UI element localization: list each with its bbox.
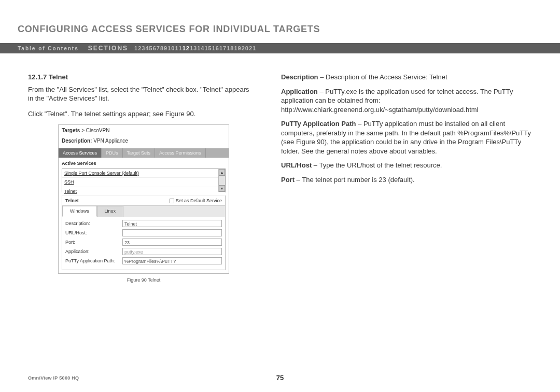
sections-nav: Table of Contents SECTIONS 1234567891011… bbox=[0, 43, 560, 53]
tab-pdus[interactable]: PDUs bbox=[102, 148, 123, 158]
telnet-settings-panel: Telnet Set as Default Service WindowsLin… bbox=[62, 195, 226, 270]
breadcrumb-current: CiscoVPN bbox=[86, 128, 110, 133]
left-column: 12.1.7 Telnet From the "All Services" li… bbox=[28, 73, 256, 283]
form-label: URL/Host: bbox=[65, 230, 122, 236]
paragraph: From the "All Services" list, select the… bbox=[28, 85, 256, 103]
section-link-16[interactable]: 16 bbox=[212, 45, 219, 51]
desc-block: URL/Host – Type the URL/host of the teln… bbox=[281, 161, 537, 170]
os-tabs: WindowsLinux bbox=[62, 206, 225, 216]
form-row: Application:putty.exe bbox=[65, 248, 222, 255]
desc-block: Description – Description of the Access … bbox=[281, 73, 537, 82]
active-services-list[interactable]: Single Port Console Server (default)SSHT… bbox=[62, 169, 226, 192]
footer-product: OmniView IP 5000 HQ bbox=[28, 375, 79, 381]
section-link-6[interactable]: 6 bbox=[153, 45, 157, 51]
scroll-up-icon[interactable]: ▴ bbox=[219, 169, 225, 176]
form-label: Port: bbox=[65, 239, 122, 245]
breadcrumb-root[interactable]: Targets bbox=[62, 128, 80, 133]
desc-block: PuTTy Application Path – PuTTy applicati… bbox=[281, 119, 537, 156]
paragraph: Click "Telnet". The telnet settings appe… bbox=[28, 109, 256, 119]
active-services-label: Active Services bbox=[59, 158, 229, 169]
list-item[interactable]: Single Port Console Server (default) bbox=[62, 169, 225, 178]
form-input[interactable]: Telnet bbox=[122, 220, 222, 227]
section-link-10[interactable]: 10 bbox=[167, 45, 175, 51]
os-tab-linux[interactable]: Linux bbox=[97, 206, 124, 216]
page-number: 75 bbox=[276, 374, 284, 382]
section-link-20[interactable]: 20 bbox=[242, 45, 249, 51]
section-link-4[interactable]: 4 bbox=[145, 45, 149, 51]
tab-access-services[interactable]: Access Services bbox=[59, 148, 102, 158]
desc-block: Application – PuTTy.exe is the applicati… bbox=[281, 87, 537, 115]
section-link-18[interactable]: 18 bbox=[227, 45, 234, 51]
set-default-checkbox[interactable]: Set as Default Service bbox=[170, 198, 222, 204]
form-label: Application: bbox=[65, 248, 122, 255]
scrollbar[interactable]: ▴ ▾ bbox=[218, 169, 225, 192]
desc-block: Port – The telnet port number is 23 (def… bbox=[281, 175, 537, 185]
section-heading: 12.1.7 Telnet bbox=[28, 73, 256, 82]
list-item[interactable]: SSH bbox=[62, 178, 225, 187]
figure-90: Targets > CiscoVPN Description: VPN Appl… bbox=[58, 124, 229, 283]
form-input[interactable]: putty.exe bbox=[122, 248, 222, 255]
fig-tabs: Access ServicesPDUsTarget SetsAccess Per… bbox=[59, 148, 229, 158]
page-title: CONFIGURING ACCESS SERVICES FOR INDIVIDU… bbox=[18, 24, 320, 35]
form-row: URL/Host: bbox=[65, 229, 222, 236]
tab-target-sets[interactable]: Target Sets bbox=[123, 148, 156, 158]
section-link-7[interactable]: 7 bbox=[157, 45, 160, 51]
os-tab-windows[interactable]: Windows bbox=[62, 206, 97, 216]
section-link-14[interactable]: 14 bbox=[197, 45, 204, 51]
form-table: Description:TelnetURL/Host:Port:23Applic… bbox=[62, 217, 225, 270]
breadcrumb: Targets > CiscoVPN bbox=[59, 125, 229, 136]
section-link-19[interactable]: 19 bbox=[234, 45, 241, 51]
form-row: PuTTy Application Path:%ProgramFiles%\Pu… bbox=[65, 257, 222, 264]
section-link-12[interactable]: 12 bbox=[183, 45, 190, 51]
target-description: Description: VPN Appliance bbox=[59, 136, 229, 149]
form-label: PuTTy Application Path: bbox=[65, 258, 122, 264]
form-label: Description: bbox=[65, 220, 122, 227]
section-link-5[interactable]: 5 bbox=[149, 45, 153, 51]
form-input[interactable] bbox=[122, 229, 222, 236]
figure-caption: Figure 90 Telnet bbox=[58, 277, 229, 283]
form-input[interactable]: 23 bbox=[122, 239, 222, 246]
panel-title: Telnet bbox=[65, 198, 79, 204]
form-input[interactable]: %ProgramFiles%\PuTTY bbox=[122, 257, 222, 264]
list-item[interactable]: Telnet bbox=[62, 187, 225, 196]
form-row: Port:23 bbox=[65, 239, 222, 246]
section-link-15[interactable]: 15 bbox=[204, 45, 212, 51]
scroll-down-icon[interactable]: ▾ bbox=[219, 185, 225, 192]
form-row: Description:Telnet bbox=[65, 220, 222, 227]
section-link-13[interactable]: 13 bbox=[190, 45, 197, 51]
right-column: Description – Description of the Access … bbox=[281, 73, 537, 283]
section-link-8[interactable]: 8 bbox=[160, 45, 164, 51]
toc-link[interactable]: Table of Contents bbox=[18, 46, 79, 51]
section-link-21[interactable]: 21 bbox=[249, 45, 256, 51]
section-link-17[interactable]: 17 bbox=[219, 45, 227, 51]
sections-label: SECTIONS bbox=[88, 45, 128, 52]
tab-access-permissions[interactable]: Access Permissions bbox=[155, 148, 206, 158]
section-link-11[interactable]: 11 bbox=[175, 45, 182, 51]
